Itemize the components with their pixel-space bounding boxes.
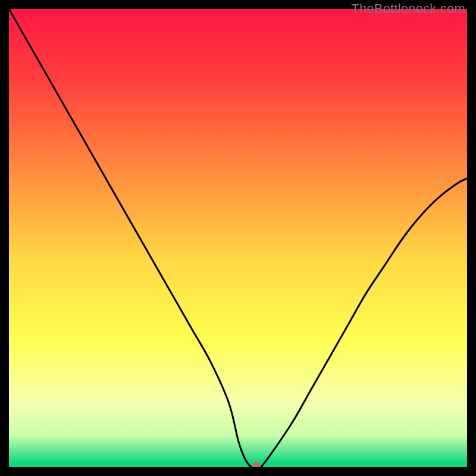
watermark-text: TheBottleneck.com	[351, 1, 465, 17]
chart-frame	[9, 9, 467, 467]
bottleneck-chart	[9, 9, 467, 467]
gradient-background	[9, 9, 467, 467]
